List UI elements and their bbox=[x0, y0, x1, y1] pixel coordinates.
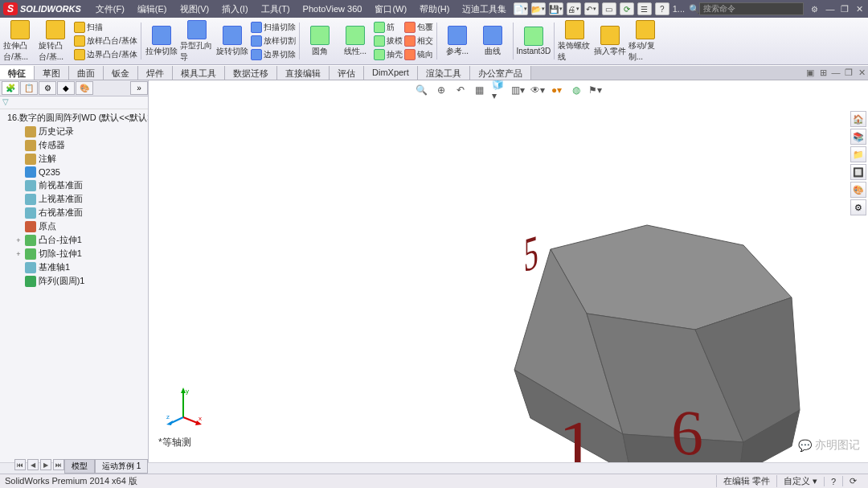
intersect-button[interactable]: 相交 bbox=[404, 35, 433, 48]
restore-icon[interactable]: ❐ bbox=[839, 4, 850, 14]
wrap-button[interactable]: 包覆 bbox=[404, 21, 433, 35]
menu-file[interactable]: 文件(F) bbox=[89, 2, 131, 17]
extrude-boss-button[interactable]: 拉伸凸台/基... bbox=[3, 20, 37, 63]
menu-insert[interactable]: 插入(I) bbox=[215, 2, 254, 17]
taskpane-custom-icon[interactable]: ⚙ bbox=[850, 199, 866, 215]
viewport-multi-icon[interactable]: ⊞ bbox=[817, 66, 829, 80]
menu-photoview[interactable]: PhotoView 360 bbox=[297, 2, 369, 15]
print-button[interactable]: 🖨 bbox=[567, 2, 581, 15]
taskpane-appearance-icon[interactable]: 🎨 bbox=[850, 182, 866, 198]
tree-collapse-icon[interactable]: » bbox=[130, 81, 148, 95]
loft-cut-button[interactable]: 放样切割 bbox=[251, 35, 296, 48]
tree-item[interactable]: +切除-拉伸1 bbox=[2, 247, 146, 260]
tree-item[interactable]: 阵列(圆周)1 bbox=[2, 274, 146, 288]
tab-features[interactable]: 特征 bbox=[0, 66, 35, 80]
tab-office[interactable]: 办公室产品 bbox=[470, 66, 531, 80]
tree-item[interactable]: 上视基准面 bbox=[2, 192, 146, 206]
tree-tab-feature-icon[interactable]: 🧩 bbox=[2, 81, 19, 95]
tree-item[interactable]: 基准轴1 bbox=[2, 260, 146, 274]
loft-button[interactable]: 放样凸台/基体 bbox=[74, 35, 137, 48]
undo-button[interactable]: ↶ bbox=[584, 2, 599, 15]
boundary-button[interactable]: 边界凸台/基体 bbox=[74, 48, 137, 62]
tab-datamigration[interactable]: 数据迁移 bbox=[225, 66, 277, 80]
tab-weldments[interactable]: 焊件 bbox=[138, 66, 173, 80]
insert-part-button[interactable]: 插入零件 bbox=[593, 26, 627, 57]
bottom-tab-model[interactable]: 模型 bbox=[64, 459, 95, 474]
tab-last-icon[interactable]: ⏭ bbox=[53, 459, 64, 470]
tree-filter[interactable]: ▽ bbox=[0, 96, 148, 109]
sweep-button[interactable]: 扫描 bbox=[74, 21, 137, 35]
save-button[interactable]: 💾 bbox=[549, 2, 563, 15]
rebuild-button[interactable]: ⟳ bbox=[620, 2, 634, 15]
menu-window[interactable]: 窗口(W) bbox=[368, 2, 413, 17]
extrude-cut-button[interactable]: 拉伸切除 bbox=[145, 26, 178, 57]
status-help-icon[interactable]: ? bbox=[824, 477, 842, 486]
rib-button[interactable]: 筋 bbox=[374, 21, 403, 35]
tree-item[interactable]: 历史记录 bbox=[2, 125, 146, 138]
menu-view[interactable]: 视图(V) bbox=[174, 2, 216, 17]
cosmetic-thread-button[interactable]: 装饰螺纹线 bbox=[558, 20, 592, 63]
tree-item[interactable]: 原点 bbox=[2, 219, 146, 233]
shell-button[interactable]: 抽壳 bbox=[374, 48, 403, 62]
taskpane-home-icon[interactable]: 🏠 bbox=[850, 111, 866, 127]
close-icon[interactable]: ✕ bbox=[854, 4, 865, 14]
bottom-tab-motion[interactable]: 运动算例 1 bbox=[95, 459, 148, 474]
tab-next-icon[interactable]: ▶ bbox=[40, 459, 51, 470]
minimize-icon[interactable]: — bbox=[825, 4, 836, 14]
boundary-cut-button[interactable]: 边界切除 bbox=[251, 48, 296, 62]
menu-midi[interactable]: 迈迪工具集 bbox=[456, 2, 513, 17]
tab-directedit[interactable]: 直接编辑 bbox=[277, 66, 330, 80]
tree-tab-property-icon[interactable]: 📋 bbox=[20, 81, 38, 95]
tree-item[interactable]: 注解 bbox=[2, 152, 146, 166]
sweep-cut-button[interactable]: 扫描切除 bbox=[251, 21, 296, 35]
command-search[interactable]: 搜索命令 bbox=[699, 2, 804, 15]
status-rebuild-icon[interactable]: ⟳ bbox=[842, 476, 863, 486]
open-button[interactable]: 📂 bbox=[531, 2, 546, 15]
menu-help[interactable]: 帮助(H) bbox=[413, 2, 456, 17]
mirror-button[interactable]: 镜向 bbox=[404, 48, 433, 62]
new-doc-button[interactable]: 📄 bbox=[514, 2, 528, 15]
menu-tools[interactable]: 工具(T) bbox=[255, 2, 297, 17]
options-button[interactable]: ☰ bbox=[637, 2, 652, 15]
linear-pattern-button[interactable]: 线性... bbox=[338, 26, 372, 57]
tree-item[interactable]: 传感器 bbox=[2, 138, 146, 152]
taskpane-library-icon[interactable]: 📚 bbox=[850, 129, 866, 145]
menu-edit[interactable]: 编辑(E) bbox=[131, 2, 174, 17]
tab-surface[interactable]: 曲面 bbox=[69, 66, 104, 80]
taskpane-explorer-icon[interactable]: 📁 bbox=[850, 146, 866, 162]
tree-item[interactable]: Q235 bbox=[2, 166, 146, 178]
reference-geom-button[interactable]: 参考... bbox=[440, 26, 474, 57]
instant3d-button[interactable]: Instant3D bbox=[517, 27, 551, 55]
tab-sketch[interactable]: 草图 bbox=[35, 66, 69, 80]
revolve-boss-button[interactable]: 旋转凸台/基... bbox=[39, 20, 72, 63]
tree-tab-dimxpert-icon[interactable]: ◆ bbox=[57, 81, 75, 95]
select-button[interactable]: ▭ bbox=[602, 2, 616, 15]
tree-tab-display-icon[interactable]: 🎨 bbox=[76, 81, 93, 95]
draft-button[interactable]: 拔模 bbox=[374, 35, 403, 48]
move-copy-button[interactable]: 移动/复制... bbox=[628, 20, 662, 63]
tab-render[interactable]: 渲染工具 bbox=[418, 66, 470, 80]
fillet-button[interactable]: 圆角 bbox=[303, 26, 337, 57]
viewport-single-icon[interactable]: ▣ bbox=[804, 66, 817, 80]
status-custom[interactable]: 自定义 ▾ bbox=[776, 475, 824, 487]
tree-tab-config-icon[interactable]: ⚙ bbox=[39, 81, 56, 95]
tab-prev-icon[interactable]: ◀ bbox=[27, 459, 39, 470]
revolve-cut-button[interactable]: 旋转切除 bbox=[215, 26, 249, 57]
tab-dimxpert[interactable]: DimXpert bbox=[364, 66, 418, 80]
tree-item[interactable]: 右视基准面 bbox=[2, 206, 146, 219]
tab-first-icon[interactable]: ⏮ bbox=[14, 459, 26, 470]
mdi-restore-icon[interactable]: ❐ bbox=[842, 66, 855, 80]
tree-item[interactable]: 前视基准面 bbox=[2, 178, 146, 192]
tree-item[interactable]: +凸台-拉伸1 bbox=[2, 233, 146, 247]
curves-button[interactable]: 曲线 bbox=[476, 26, 510, 57]
mdi-close-icon[interactable]: ✕ bbox=[855, 66, 868, 80]
orientation-triad[interactable]: y x z bbox=[163, 385, 203, 425]
settings-icon[interactable]: ⚙ bbox=[807, 2, 821, 15]
tree-root[interactable]: 16.数字的圆周阵列WD (默认<<默认> bbox=[2, 111, 146, 125]
hole-wizard-button[interactable]: 异型孔向导 bbox=[180, 20, 214, 63]
tab-mold[interactable]: 模具工具 bbox=[173, 66, 225, 80]
mdi-minimize-icon[interactable]: — bbox=[829, 66, 842, 80]
help-button[interactable]: ? bbox=[655, 2, 669, 15]
tab-sheetmetal[interactable]: 钣金 bbox=[104, 66, 138, 80]
taskpane-view-icon[interactable]: 🔲 bbox=[850, 164, 866, 180]
